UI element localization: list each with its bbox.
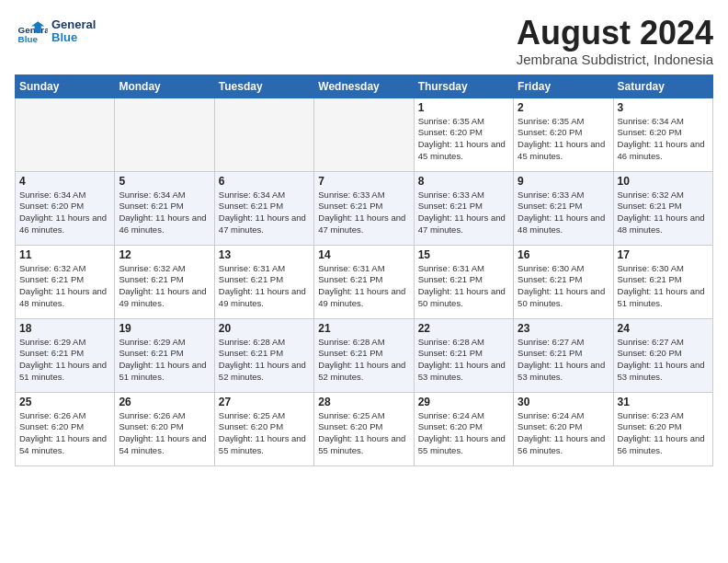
calendar-cell: 2Sunrise: 6:35 AMSunset: 6:20 PMDaylight… bbox=[514, 98, 613, 171]
calendar-cell: 6Sunrise: 6:34 AMSunset: 6:21 PMDaylight… bbox=[214, 171, 313, 245]
calendar-week-2: 4Sunrise: 6:34 AMSunset: 6:20 PMDaylight… bbox=[16, 171, 713, 245]
day-number: 21 bbox=[318, 322, 409, 335]
day-number: 16 bbox=[518, 248, 609, 261]
day-info: Sunrise: 6:33 AMSunset: 6:21 PMDaylight:… bbox=[418, 190, 509, 236]
day-number: 2 bbox=[518, 101, 609, 114]
day-info: Sunrise: 6:23 AMSunset: 6:20 PMDaylight:… bbox=[618, 410, 709, 457]
calendar-cell: 12Sunrise: 6:32 AMSunset: 6:21 PMDayligh… bbox=[115, 245, 214, 318]
day-info: Sunrise: 6:27 AMSunset: 6:20 PMDaylight:… bbox=[618, 337, 709, 384]
calendar-week-5: 25Sunrise: 6:26 AMSunset: 6:20 PMDayligh… bbox=[16, 392, 713, 465]
calendar-cell: 20Sunrise: 6:28 AMSunset: 6:21 PMDayligh… bbox=[214, 318, 313, 392]
title-area: August 2024 Jembrana Subdistrict, Indone… bbox=[517, 15, 713, 67]
day-number: 29 bbox=[418, 396, 509, 408]
day-number: 22 bbox=[418, 322, 509, 335]
day-number: 1 bbox=[418, 101, 509, 114]
day-number: 26 bbox=[119, 396, 210, 408]
day-number: 19 bbox=[119, 322, 210, 335]
calendar-cell: 26Sunrise: 6:26 AMSunset: 6:20 PMDayligh… bbox=[115, 392, 214, 465]
calendar-cell: 11Sunrise: 6:32 AMSunset: 6:21 PMDayligh… bbox=[16, 245, 115, 318]
day-number: 4 bbox=[19, 175, 110, 188]
calendar-title: August 2024 bbox=[517, 15, 713, 52]
day-number: 11 bbox=[19, 248, 110, 261]
calendar-cell: 9Sunrise: 6:33 AMSunset: 6:21 PMDaylight… bbox=[514, 171, 613, 245]
header: General Blue General Blue August 2024 Je… bbox=[15, 15, 713, 67]
day-info: Sunrise: 6:35 AMSunset: 6:20 PMDaylight:… bbox=[418, 116, 509, 163]
day-number: 25 bbox=[19, 396, 110, 408]
day-number: 14 bbox=[318, 248, 409, 261]
day-number: 15 bbox=[418, 248, 509, 261]
logo-icon: General Blue bbox=[15, 15, 48, 48]
day-info: Sunrise: 6:31 AMSunset: 6:21 PMDaylight:… bbox=[318, 263, 409, 310]
day-number: 28 bbox=[318, 396, 409, 408]
day-number: 31 bbox=[618, 396, 709, 408]
calendar-cell bbox=[16, 98, 115, 171]
day-info: Sunrise: 6:25 AMSunset: 6:20 PMDaylight:… bbox=[318, 410, 409, 457]
calendar-cell: 22Sunrise: 6:28 AMSunset: 6:21 PMDayligh… bbox=[414, 318, 513, 392]
day-number: 20 bbox=[219, 322, 310, 335]
calendar-cell bbox=[115, 98, 214, 171]
col-saturday: Saturday bbox=[613, 75, 712, 98]
calendar-header-row: Sunday Monday Tuesday Wednesday Thursday… bbox=[16, 75, 713, 98]
day-number: 12 bbox=[119, 248, 210, 261]
calendar-table: Sunday Monday Tuesday Wednesday Thursday… bbox=[15, 75, 713, 466]
calendar-week-1: 1Sunrise: 6:35 AMSunset: 6:20 PMDaylight… bbox=[16, 98, 713, 171]
calendar-cell: 7Sunrise: 6:33 AMSunset: 6:21 PMDaylight… bbox=[314, 171, 414, 245]
day-info: Sunrise: 6:32 AMSunset: 6:21 PMDaylight:… bbox=[119, 263, 210, 310]
col-friday: Friday bbox=[514, 75, 613, 98]
day-number: 24 bbox=[618, 322, 709, 335]
calendar-cell bbox=[314, 98, 414, 171]
calendar-subtitle: Jembrana Subdistrict, Indonesia bbox=[517, 52, 713, 67]
calendar-week-4: 18Sunrise: 6:29 AMSunset: 6:21 PMDayligh… bbox=[16, 318, 713, 392]
logo: General Blue General Blue bbox=[15, 15, 96, 48]
day-info: Sunrise: 6:35 AMSunset: 6:20 PMDaylight:… bbox=[518, 116, 609, 163]
day-info: Sunrise: 6:27 AMSunset: 6:21 PMDaylight:… bbox=[518, 337, 609, 384]
logo-line1: General bbox=[51, 18, 96, 31]
day-number: 6 bbox=[219, 175, 310, 188]
calendar-cell: 8Sunrise: 6:33 AMSunset: 6:21 PMDaylight… bbox=[414, 171, 513, 245]
calendar-cell: 25Sunrise: 6:26 AMSunset: 6:20 PMDayligh… bbox=[16, 392, 115, 465]
day-number: 5 bbox=[119, 175, 210, 188]
day-info: Sunrise: 6:31 AMSunset: 6:21 PMDaylight:… bbox=[418, 263, 509, 310]
day-number: 7 bbox=[318, 175, 409, 188]
day-number: 30 bbox=[518, 396, 609, 408]
day-number: 18 bbox=[19, 322, 110, 335]
logo-text: General Blue bbox=[51, 18, 96, 45]
calendar-cell: 1Sunrise: 6:35 AMSunset: 6:20 PMDaylight… bbox=[414, 98, 513, 171]
calendar-cell: 28Sunrise: 6:25 AMSunset: 6:20 PMDayligh… bbox=[314, 392, 414, 465]
svg-text:Blue: Blue bbox=[18, 34, 39, 44]
calendar-cell: 30Sunrise: 6:24 AMSunset: 6:20 PMDayligh… bbox=[514, 392, 613, 465]
calendar-cell bbox=[214, 98, 313, 171]
day-info: Sunrise: 6:25 AMSunset: 6:20 PMDaylight:… bbox=[219, 410, 310, 457]
day-info: Sunrise: 6:30 AMSunset: 6:21 PMDaylight:… bbox=[518, 263, 609, 310]
col-tuesday: Tuesday bbox=[214, 75, 313, 98]
day-number: 23 bbox=[518, 322, 609, 335]
day-info: Sunrise: 6:34 AMSunset: 6:20 PMDaylight:… bbox=[618, 116, 709, 163]
day-info: Sunrise: 6:28 AMSunset: 6:21 PMDaylight:… bbox=[219, 337, 310, 384]
day-info: Sunrise: 6:30 AMSunset: 6:21 PMDaylight:… bbox=[618, 263, 709, 310]
day-info: Sunrise: 6:34 AMSunset: 6:20 PMDaylight:… bbox=[19, 190, 110, 236]
calendar-cell: 10Sunrise: 6:32 AMSunset: 6:21 PMDayligh… bbox=[613, 171, 712, 245]
page: General Blue General Blue August 2024 Je… bbox=[0, 0, 728, 563]
day-info: Sunrise: 6:24 AMSunset: 6:20 PMDaylight:… bbox=[418, 410, 509, 457]
day-info: Sunrise: 6:32 AMSunset: 6:21 PMDaylight:… bbox=[19, 263, 110, 310]
calendar-cell: 4Sunrise: 6:34 AMSunset: 6:20 PMDaylight… bbox=[16, 171, 115, 245]
day-number: 27 bbox=[219, 396, 310, 408]
day-info: Sunrise: 6:29 AMSunset: 6:21 PMDaylight:… bbox=[119, 337, 210, 384]
calendar-cell: 27Sunrise: 6:25 AMSunset: 6:20 PMDayligh… bbox=[214, 392, 313, 465]
day-number: 10 bbox=[618, 175, 709, 188]
calendar-week-3: 11Sunrise: 6:32 AMSunset: 6:21 PMDayligh… bbox=[16, 245, 713, 318]
day-info: Sunrise: 6:28 AMSunset: 6:21 PMDaylight:… bbox=[418, 337, 509, 384]
day-info: Sunrise: 6:32 AMSunset: 6:21 PMDaylight:… bbox=[618, 190, 709, 236]
day-info: Sunrise: 6:33 AMSunset: 6:21 PMDaylight:… bbox=[518, 190, 609, 236]
calendar-cell: 16Sunrise: 6:30 AMSunset: 6:21 PMDayligh… bbox=[514, 245, 613, 318]
col-sunday: Sunday bbox=[16, 75, 115, 98]
day-number: 3 bbox=[618, 101, 709, 114]
calendar-cell: 14Sunrise: 6:31 AMSunset: 6:21 PMDayligh… bbox=[314, 245, 414, 318]
calendar-cell: 29Sunrise: 6:24 AMSunset: 6:20 PMDayligh… bbox=[414, 392, 513, 465]
calendar-cell: 23Sunrise: 6:27 AMSunset: 6:21 PMDayligh… bbox=[514, 318, 613, 392]
day-info: Sunrise: 6:34 AMSunset: 6:21 PMDaylight:… bbox=[219, 190, 310, 236]
day-number: 9 bbox=[518, 175, 609, 188]
day-info: Sunrise: 6:33 AMSunset: 6:21 PMDaylight:… bbox=[318, 190, 409, 236]
calendar-cell: 15Sunrise: 6:31 AMSunset: 6:21 PMDayligh… bbox=[414, 245, 513, 318]
calendar-cell: 18Sunrise: 6:29 AMSunset: 6:21 PMDayligh… bbox=[16, 318, 115, 392]
